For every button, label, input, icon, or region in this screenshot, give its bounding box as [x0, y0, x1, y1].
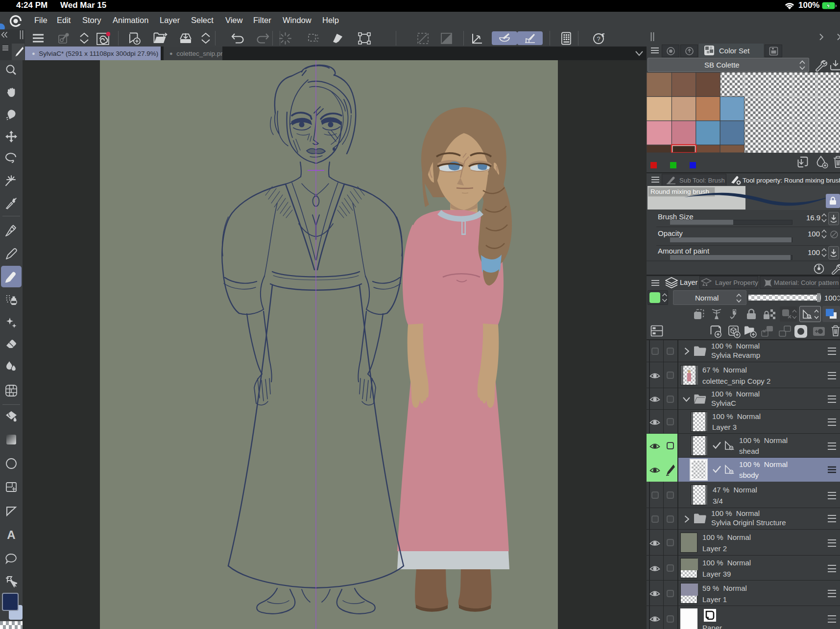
svg-text:?: ?	[597, 35, 600, 43]
svg-text:A: A	[7, 529, 15, 541]
